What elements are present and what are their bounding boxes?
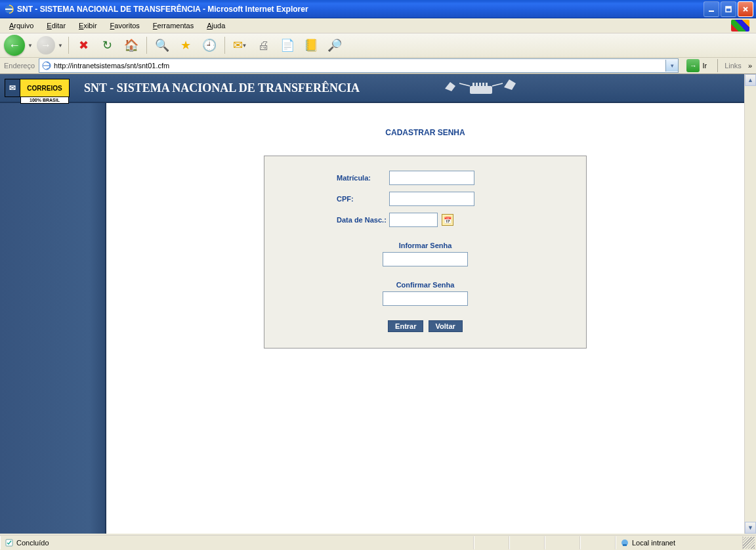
- go-label: Ir: [702, 62, 707, 70]
- row-matricula: Matrícula:: [278, 171, 573, 185]
- toolbar-separator: [146, 37, 147, 54]
- register-password-form: Matrícula: CPF: Data de Nasc.: 📅: [264, 156, 587, 349]
- history-icon: 🕘: [202, 38, 217, 53]
- site-banner: CORREIOS SNT - SISTEMA NACIONAL DE TRANS…: [0, 74, 744, 103]
- content-area: CADASTRAR SENHA Matrícula: CPF: Data de …: [106, 103, 744, 534]
- label-matricula: Matrícula:: [278, 174, 389, 182]
- research-button[interactable]: 🔎: [325, 35, 345, 55]
- input-confirmar-senha[interactable]: [383, 291, 468, 306]
- links-separator: [717, 59, 718, 72]
- banner-art-icon: [438, 77, 530, 99]
- svg-rect-5: [470, 86, 492, 94]
- close-button[interactable]: [738, 1, 753, 17]
- svg-rect-9: [482, 83, 484, 86]
- scroll-up-button[interactable]: ▲: [745, 74, 756, 86]
- back-dropdown-icon[interactable]: ▼: [28, 43, 33, 49]
- address-dropdown[interactable]: ▾: [665, 60, 678, 72]
- edit-icon: 📄: [280, 38, 295, 53]
- history-button[interactable]: 🕘: [200, 35, 219, 55]
- menu-ajuda[interactable]: Ajuda: [201, 20, 230, 31]
- home-button[interactable]: 🏠: [121, 35, 141, 55]
- button-row: Entrar Voltar: [278, 320, 573, 332]
- entrar-button[interactable]: Entrar: [388, 320, 423, 332]
- page-icon: [41, 60, 52, 71]
- scroll-down-button[interactable]: ▼: [745, 522, 756, 534]
- window-title: SNT - SISTEMA NACIONAL DE TRANSFERÊNCIA …: [17, 5, 704, 14]
- svg-rect-3: [726, 7, 731, 9]
- window-buttons: [704, 1, 753, 17]
- label-confirmar: Confirmar Senha: [278, 281, 573, 289]
- calendar-icon[interactable]: 📅: [442, 214, 453, 226]
- svg-rect-7: [476, 83, 478, 86]
- menu-arquivo[interactable]: Arquivo: [4, 20, 39, 31]
- research-icon: 🔎: [327, 38, 342, 53]
- svg-rect-13: [623, 544, 627, 546]
- menu-exibir[interactable]: Exibir: [74, 20, 102, 31]
- address-input[interactable]: [54, 60, 665, 72]
- menu-editar-label: Editar: [47, 22, 66, 30]
- notes-icon: 📒: [304, 38, 318, 53]
- minimize-button[interactable]: [704, 1, 719, 17]
- viewport: CORREIOS SNT - SISTEMA NACIONAL DE TRANS…: [0, 74, 756, 534]
- statusbar: Concluído Local intranet: [0, 535, 756, 550]
- voltar-button[interactable]: Voltar: [429, 320, 463, 332]
- print-button[interactable]: 🖨: [254, 35, 274, 55]
- input-datanasc[interactable]: [389, 213, 438, 227]
- status-zone-text: Local intranet: [632, 539, 675, 547]
- address-label: Endereço: [4, 62, 35, 70]
- refresh-icon: ↻: [102, 38, 112, 53]
- menu-ferramentas[interactable]: Ferramentas: [148, 20, 199, 31]
- addressbar: Endereço ▾ → Ir Links »: [0, 58, 756, 74]
- page-body: CORREIOS SNT - SISTEMA NACIONAL DE TRANS…: [0, 74, 744, 534]
- stop-button[interactable]: ✖: [74, 35, 94, 55]
- links-label: Links: [724, 62, 742, 70]
- windows-flag-icon: [731, 20, 749, 32]
- refresh-button[interactable]: ↻: [98, 35, 117, 55]
- block-informar: Informar Senha: [278, 242, 573, 266]
- menu-favoritos[interactable]: Favoritos: [105, 20, 145, 31]
- input-informar-senha[interactable]: [383, 252, 468, 266]
- status-empty: [509, 536, 545, 549]
- ie-icon: [4, 4, 14, 14]
- search-button[interactable]: 🔍: [152, 35, 172, 55]
- banner-title: SNT - SISTEMA NACIONAL DE TRANSFERÊNCIA: [84, 81, 360, 95]
- address-box: ▾: [39, 58, 679, 73]
- status-text: Concluído: [16, 539, 49, 547]
- mail-dropdown-icon[interactable]: ▼: [242, 43, 247, 49]
- discuss-button[interactable]: 📒: [301, 35, 321, 55]
- label-cpf: CPF:: [278, 195, 389, 203]
- row-cpf: CPF:: [278, 192, 573, 206]
- toolbar: ← ▼ → ▼ ✖ ↻ 🏠 🔍 ★ 🕘 ✉▼ 🖨 📄 📒 🔎: [0, 33, 756, 58]
- links-chevron-icon[interactable]: »: [748, 62, 752, 70]
- svg-rect-8: [479, 83, 481, 86]
- svg-rect-10: [486, 83, 488, 86]
- maximize-button[interactable]: [721, 1, 736, 17]
- row-datanasc: Data de Nasc.: 📅: [278, 213, 573, 227]
- go-button[interactable]: → Ir: [682, 59, 711, 72]
- forward-dropdown-icon[interactable]: ▼: [58, 43, 63, 49]
- menu-arquivo-label: Arquivo: [9, 22, 33, 30]
- menu-ajuda-label: Ajuda: [207, 22, 225, 30]
- print-icon: 🖨: [258, 39, 270, 53]
- mail-button[interactable]: ✉▼: [230, 35, 250, 55]
- status-zone: Local intranet: [616, 536, 743, 549]
- resize-grip[interactable]: [743, 537, 755, 549]
- correios-logo: CORREIOS: [20, 79, 70, 97]
- input-cpf[interactable]: [389, 192, 474, 206]
- intranet-icon: [620, 538, 629, 547]
- menu-ferramentas-label: Ferramentas: [153, 22, 194, 30]
- menubar: Arquivo Editar Exibir Favoritos Ferramen…: [0, 18, 756, 33]
- back-button[interactable]: ←: [4, 35, 25, 56]
- go-arrow-icon: →: [686, 59, 700, 72]
- favorites-button[interactable]: ★: [176, 35, 196, 55]
- menu-editar[interactable]: Editar: [41, 20, 71, 31]
- vertical-scrollbar[interactable]: ▲ ▼: [744, 74, 756, 534]
- search-icon: 🔍: [155, 38, 169, 53]
- edit-button[interactable]: 📄: [278, 35, 297, 55]
- svg-rect-1: [709, 11, 714, 12]
- status-main: Concluído: [0, 536, 474, 549]
- input-matricula[interactable]: [389, 171, 474, 185]
- forward-button[interactable]: →: [37, 36, 55, 54]
- svg-rect-6: [472, 83, 474, 86]
- left-sidebar: [0, 103, 106, 534]
